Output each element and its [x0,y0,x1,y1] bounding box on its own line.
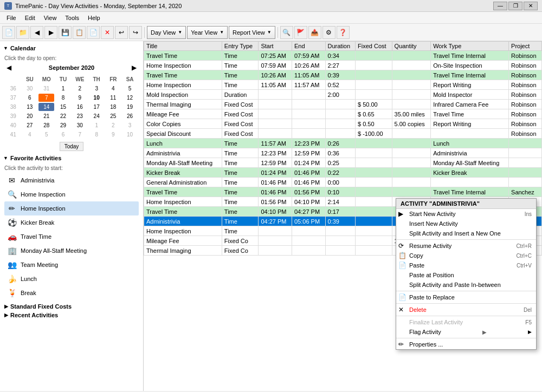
cal-day[interactable]: 23 [72,112,88,120]
ctx-menu-item[interactable]: 📄PasteCtrl+V [396,260,536,270]
cal-day[interactable]: 3 [89,84,105,93]
toolbar-search[interactable]: 🔍 [280,26,293,39]
table-row[interactable]: Travel TimeTime07:25 AM07:59 AM0:34Trave… [144,51,542,61]
cal-day[interactable]: 19 [122,103,138,111]
toolbar-help-btn[interactable]: ❓ [337,26,350,39]
col-entry-type[interactable]: Entry Type [222,42,259,51]
cal-day[interactable]: 25 [106,112,121,120]
ctx-menu-item[interactable]: 📄Paste to Replace [396,292,536,302]
ctx-menu-item[interactable]: Insert New Activity [396,219,536,228]
cal-day[interactable]: 9 [106,130,121,139]
fav-item[interactable]: 👥Team Meeting [4,258,139,272]
cal-day[interactable]: 10 [89,94,105,102]
menu-tools[interactable]: Tools [61,14,83,22]
cal-day[interactable]: 30 [22,84,37,93]
fav-item[interactable]: ✏Home Inspection [4,201,139,215]
restore-button[interactable]: ❐ [508,2,522,10]
favorites-section-header[interactable]: ▼ Favorite Activities [2,153,141,163]
menu-file[interactable]: File [2,14,21,22]
col-fixed-cost[interactable]: Fixed Cost [356,42,392,51]
menu-view[interactable]: View [40,14,61,22]
table-row[interactable]: Mold InspectionDuration2:00Mold Inspecto… [144,90,542,100]
cal-day[interactable]: 22 [55,112,71,120]
standard-costs-header[interactable]: ▶ Standard Fixed Costs [2,302,141,311]
cal-day[interactable]: 9 [72,94,88,102]
toolbar-settings[interactable]: ⚙ [322,26,335,39]
cal-day[interactable]: 8 [55,94,71,102]
toolbar-open[interactable]: 📁 [16,26,29,39]
toolbar-save[interactable]: 💾 [59,26,72,39]
toolbar-undo[interactable]: ↩ [115,26,128,39]
fav-item[interactable]: 🔍Home Inspection [4,187,139,201]
col-duration[interactable]: Duration [325,42,356,51]
col-start[interactable]: Start [259,42,292,51]
toolbar-new[interactable]: 📄 [2,26,15,39]
table-row[interactable]: General AdministrationTime01:46 PM01:46 … [144,178,542,187]
cal-day[interactable]: 12 [122,94,138,102]
year-view-dropdown[interactable]: Year View ▼ [187,26,228,39]
cal-day[interactable]: 8 [89,130,105,139]
cal-day[interactable]: 1 [55,84,71,93]
ctx-menu-item[interactable]: 📋CopyCtrl+C [396,251,536,260]
menu-edit[interactable]: Edit [21,14,40,22]
table-row[interactable]: Travel TimeTime10:26 AM11:05 AM0:39Trave… [144,70,542,80]
toolbar-flag[interactable]: 🚩 [294,26,307,39]
cal-day[interactable]: 6 [55,130,71,139]
fav-item[interactable]: 🍌Lunch [4,272,139,286]
minimize-button[interactable]: — [493,2,507,10]
table-row[interactable]: Home InspectionTime07:59 AM10:26 AM2:27O… [144,61,542,70]
cal-day[interactable]: 7 [38,94,54,102]
close-button[interactable]: ✕ [524,2,538,10]
cal-day[interactable]: 2 [72,84,88,93]
cal-day[interactable]: 4 [106,84,121,93]
cal-day[interactable]: 13 [22,103,37,111]
toolbar-copy-btn[interactable]: 📋 [73,26,86,39]
cal-day[interactable]: 7 [72,130,88,139]
col-end[interactable]: End [292,42,325,51]
ctx-menu-item[interactable]: ▶Start New ActivityIns [396,209,536,219]
cal-day[interactable]: 5 [122,84,138,93]
toolbar-paste-btn[interactable]: 📄 [87,26,100,39]
fav-item[interactable]: 🏢Monday All-Staff Meeting [4,244,139,258]
recent-activities-header[interactable]: ▶ Recent Activities [2,311,141,319]
cal-day[interactable]: 29 [55,121,71,129]
cal-day[interactable]: 3 [122,121,138,129]
toolbar-forward[interactable]: ▶ [44,26,57,39]
cal-day[interactable]: 20 [22,112,37,120]
table-row[interactable]: Monday All-Staff MeetingTime12:59 PM01:2… [144,158,542,168]
cal-day[interactable]: 14 [38,103,54,111]
toolbar-export[interactable]: 📤 [308,26,321,39]
cal-day[interactable]: 30 [72,121,88,129]
fav-item[interactable]: ⚽Kicker Break [4,215,139,230]
col-project[interactable]: Project [509,42,542,51]
ctx-menu-item[interactable]: ⟳Resume ActivityCtrl+R [396,241,536,251]
col-work-type[interactable]: Work Type [431,42,509,51]
table-row[interactable]: Special DiscountFixed Cost$ -100.00Robin… [144,129,542,139]
ctx-menu-item[interactable]: Split Activity and Paste In-between [396,280,536,290]
cal-day[interactable]: 10 [122,130,138,139]
table-row[interactable]: AdministriviaTime12:23 PM12:59 PM0:36Adm… [144,148,542,158]
today-button[interactable]: Today [60,142,84,151]
cal-day[interactable]: 16 [72,103,88,111]
table-row[interactable]: Kicker BreakTime01:24 PM01:46 PM0:22Kick… [144,168,542,178]
ctx-menu-item[interactable]: ✕DeleteDel [396,305,536,315]
cal-day[interactable]: 2 [106,121,121,129]
table-row[interactable]: LunchTime11:57 AM12:23 PM0:26Lunch [144,139,542,148]
cal-day[interactable]: 4 [22,130,37,139]
col-title[interactable]: Title [144,42,222,51]
toolbar-delete[interactable]: ✕ [101,26,114,39]
cal-day[interactable]: 18 [106,103,121,111]
cal-day[interactable]: 1 [89,121,105,129]
fav-item[interactable]: ✉Administrivia [4,173,139,187]
cal-day[interactable]: 28 [38,121,54,129]
calendar-next[interactable]: ▶ [130,63,139,72]
calendar-section-header[interactable]: ▼ Calendar [2,43,141,53]
calendar-prev[interactable]: ◀ [4,63,14,72]
fav-item[interactable]: 🍹Break [4,286,139,300]
cal-day[interactable]: 6 [22,94,37,102]
cal-day[interactable]: 15 [55,103,71,111]
toolbar-redo[interactable]: ↪ [129,26,142,39]
toolbar-back[interactable]: ◀ [30,26,43,39]
cal-day[interactable]: 11 [106,94,121,102]
table-row[interactable]: Travel TimeTime01:46 PM01:56 PM0:10Trave… [144,187,542,197]
